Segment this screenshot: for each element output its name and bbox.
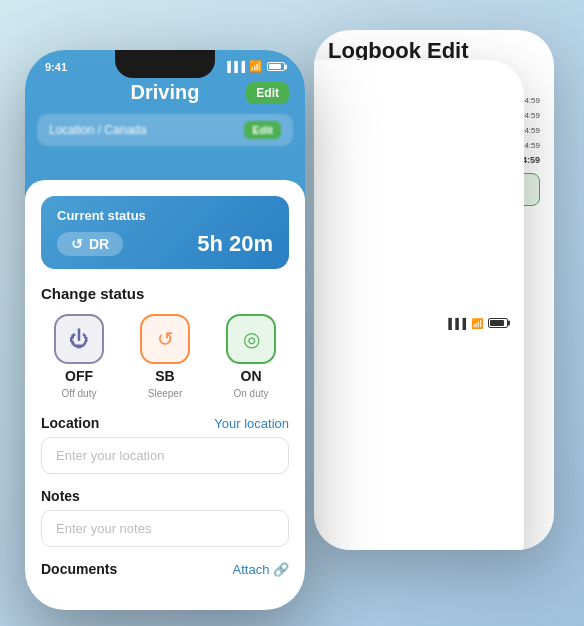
battery-icon	[488, 318, 508, 328]
status-option-off[interactable]: ⏻ OFF Off duty	[41, 314, 117, 399]
phone-back: ▐▐▐ 📶 Logbook Edit 891011N1234567891011 …	[314, 30, 554, 550]
on-option-label: ON	[241, 368, 262, 384]
power-icon: ⏻	[69, 328, 89, 351]
attach-button[interactable]: Attach 🔗	[233, 562, 289, 577]
sb-option-sublabel: Sleeper	[148, 388, 182, 399]
current-time-display: 5h 20m	[197, 231, 273, 257]
dr-badge: ↺ DR	[57, 232, 123, 256]
signal-icon-front: ▐▐▐	[224, 61, 245, 72]
signal-icon: ▐▐▐	[445, 318, 466, 329]
notes-field-label: Notes	[41, 488, 80, 504]
status-option-on[interactable]: ◎ ON On duty	[213, 314, 289, 399]
sb-option-circle: ↺	[140, 314, 190, 364]
phone-notch	[115, 50, 215, 78]
documents-row: Documents Attach 🔗	[41, 561, 289, 577]
notes-label-row: Notes	[41, 488, 289, 504]
location-field-label: Location	[41, 415, 99, 431]
wifi-icon-front: 📶	[249, 60, 263, 73]
phone-front: 9:41 ▐▐▐ 📶 Driving Edit Location / Canad…	[25, 50, 305, 610]
main-content: Current status ↺ DR 5h 20m Change status…	[25, 180, 305, 610]
change-status-label: Change status	[41, 285, 289, 302]
front-header: Driving Edit	[25, 77, 305, 114]
location-label: Location / Canada	[49, 123, 146, 137]
sleeper-icon: ↺	[157, 327, 174, 351]
on-option-circle: ◎	[226, 314, 276, 364]
off-label: OFF	[65, 368, 93, 384]
status-option-sb[interactable]: ↺ SB Sleeper	[127, 314, 203, 399]
current-status-card: Current status ↺ DR 5h 20m	[41, 196, 289, 269]
sb-option-label: SB	[155, 368, 174, 384]
location-input[interactable]: Enter your location	[41, 437, 289, 474]
edit-btn-top: Edit	[244, 121, 281, 139]
dr-label: DR	[89, 236, 109, 252]
current-status-label: Current status	[57, 208, 273, 223]
on-duty-icon: ◎	[243, 327, 260, 351]
driving-title: Driving	[131, 81, 200, 104]
location-label-row: Location Your location	[41, 415, 289, 431]
your-location-link[interactable]: Your location	[214, 416, 289, 431]
edit-button[interactable]: Edit	[246, 82, 289, 104]
wifi-icon: 📶	[471, 318, 483, 329]
dr-icon: ↺	[71, 236, 83, 252]
battery-icon-front	[267, 62, 285, 71]
status-options: ⏻ OFF Off duty ↺ SB Sleeper ◎ ON On duty	[41, 314, 289, 399]
front-time: 9:41	[45, 61, 67, 73]
on-option-sublabel: On duty	[233, 388, 268, 399]
notes-input[interactable]: Enter your notes	[41, 510, 289, 547]
off-sublabel: Off duty	[62, 388, 97, 399]
documents-label: Documents	[41, 561, 117, 577]
off-icon-circle: ⏻	[54, 314, 104, 364]
location-top-row: Location / Canada Edit	[37, 114, 293, 146]
